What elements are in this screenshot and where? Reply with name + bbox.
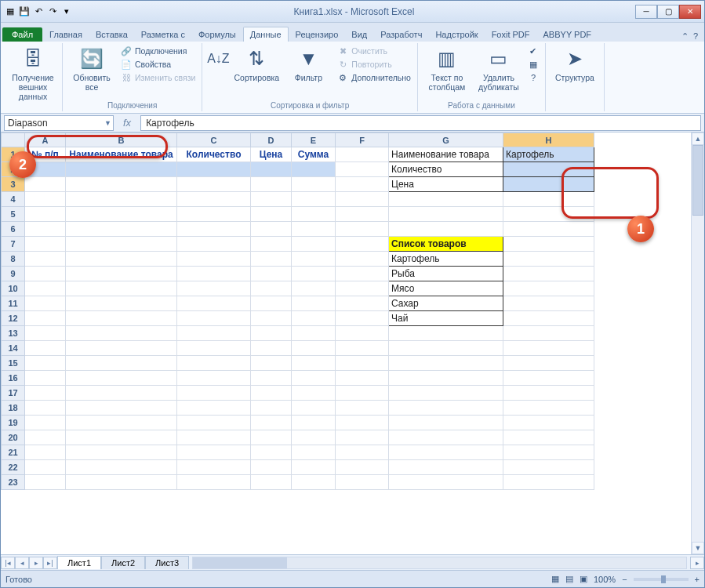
cell-F2[interactable] [336, 162, 389, 177]
tab-layout[interactable]: Разметка с [135, 27, 191, 42]
cell-C14[interactable] [177, 341, 251, 356]
cell-C10[interactable] [177, 281, 251, 296]
cell-A18[interactable] [25, 401, 66, 416]
view-layout-icon[interactable]: ▤ [565, 574, 573, 584]
cell-B2[interactable] [66, 162, 177, 177]
row-header-9[interactable]: 9 [2, 267, 25, 281]
hscroll-thumb[interactable] [193, 557, 287, 568]
cell-C11[interactable] [177, 296, 251, 311]
cell-B8[interactable] [66, 252, 177, 267]
horizontal-scrollbar[interactable] [192, 557, 687, 569]
cell-E7[interactable] [292, 237, 336, 252]
row-header-14[interactable]: 14 [2, 341, 25, 356]
cell-A7[interactable] [25, 237, 66, 252]
col-header-A[interactable]: A [25, 133, 66, 147]
cell-E22[interactable] [292, 460, 336, 475]
row-header-6[interactable]: 6 [2, 222, 25, 237]
cell-B14[interactable] [66, 341, 177, 356]
cell-H3[interactable] [503, 177, 594, 192]
remove-duplicates-button[interactable]: ▭ Удалить дубликаты [474, 45, 523, 93]
row-header-15[interactable]: 15 [2, 356, 25, 371]
cell-D5[interactable] [251, 207, 292, 222]
cell-C18[interactable] [177, 401, 251, 416]
cell-F3[interactable] [336, 177, 389, 192]
row-header-5[interactable]: 5 [2, 207, 25, 222]
cell-D6[interactable] [251, 222, 292, 237]
scroll-down-icon[interactable]: ▼ [692, 542, 704, 554]
tab-addins[interactable]: Надстройк [429, 27, 484, 42]
cell-B18[interactable] [66, 401, 177, 416]
cell-G16[interactable] [389, 371, 503, 386]
cell-E3[interactable] [292, 177, 336, 192]
text-to-columns-button[interactable]: ▥ Текст по столбцам [423, 45, 471, 93]
maximize-button[interactable]: ▢ [657, 5, 679, 19]
cell-H6[interactable] [503, 222, 594, 237]
row-header-1[interactable]: 1 [2, 147, 25, 162]
cell-G14[interactable] [389, 341, 503, 356]
col-header-E[interactable]: E [292, 133, 336, 147]
qat-more-icon[interactable]: ▾ [60, 5, 73, 18]
cell-A2[interactable] [25, 162, 66, 177]
cell-D14[interactable] [251, 341, 292, 356]
cell-B5[interactable] [66, 207, 177, 222]
cell-F21[interactable] [336, 445, 389, 460]
sheet-tab-2[interactable]: Лист2 [101, 556, 145, 569]
cell-A8[interactable] [25, 252, 66, 267]
cell-B11[interactable] [66, 296, 177, 311]
cell-G5[interactable] [389, 207, 503, 222]
cell-E17[interactable] [292, 386, 336, 401]
sort-asc-button[interactable]: A↓Z [207, 45, 229, 73]
connections-button[interactable]: 🔗Подключения [119, 45, 197, 57]
cell-D1[interactable]: Цена [251, 147, 292, 162]
cell-E16[interactable] [292, 371, 336, 386]
row-header-18[interactable]: 18 [2, 401, 25, 416]
whatif-button[interactable]: ? [526, 71, 540, 84]
cell-C19[interactable] [177, 416, 251, 430]
tab-foxit[interactable]: Foxit PDF [485, 27, 536, 42]
row-header-12[interactable]: 12 [2, 311, 25, 326]
cell-A19[interactable] [25, 416, 66, 430]
cell-A17[interactable] [25, 386, 66, 401]
sort-button[interactable]: ⇅ Сортировка [232, 45, 281, 84]
row-header-23[interactable]: 23 [2, 475, 25, 490]
cell-G6[interactable] [389, 222, 503, 237]
cell-G20[interactable] [389, 430, 503, 445]
tab-developer[interactable]: Разработч [374, 27, 428, 42]
cell-A21[interactable] [25, 445, 66, 460]
name-box[interactable]: Diapason ▼ [4, 115, 114, 131]
cell-B4[interactable] [66, 192, 177, 207]
cell-F23[interactable] [336, 475, 389, 490]
cell-A4[interactable] [25, 192, 66, 207]
cell-F1[interactable] [336, 147, 389, 162]
refresh-all-button[interactable]: 🔄 Обновить все [67, 45, 116, 93]
cell-F22[interactable] [336, 460, 389, 475]
row-header-20[interactable]: 20 [2, 430, 25, 445]
cell-H19[interactable] [503, 416, 594, 430]
cell-H15[interactable] [503, 356, 594, 371]
cell-G22[interactable] [389, 460, 503, 475]
cell-B6[interactable] [66, 222, 177, 237]
cell-F19[interactable] [336, 416, 389, 430]
cell-A1[interactable]: № п/п [25, 147, 66, 162]
cell-G12[interactable]: Чай [389, 311, 503, 326]
cell-E4[interactable] [292, 192, 336, 207]
spreadsheet[interactable]: ABCDEFGH1№ п/пНаименование товараКоличес… [1, 132, 594, 490]
cell-A3[interactable] [25, 177, 66, 192]
cell-E12[interactable] [292, 311, 336, 326]
tab-insert[interactable]: Вставка [89, 27, 134, 42]
cell-A10[interactable] [25, 281, 66, 296]
cell-D11[interactable] [251, 296, 292, 311]
cell-D18[interactable] [251, 401, 292, 416]
scroll-up-icon[interactable]: ▲ [692, 132, 704, 145]
cell-G18[interactable] [389, 401, 503, 416]
cell-F9[interactable] [336, 267, 389, 281]
row-header-11[interactable]: 11 [2, 296, 25, 311]
cell-H10[interactable] [503, 281, 594, 296]
tab-view[interactable]: Вид [345, 27, 373, 42]
cell-D20[interactable] [251, 430, 292, 445]
undo-icon[interactable]: ↶ [32, 5, 45, 18]
cell-H7[interactable] [503, 237, 594, 252]
cell-B1[interactable]: Наименование товара [66, 147, 177, 162]
cell-G8[interactable]: Картофель [389, 252, 503, 267]
cell-B12[interactable] [66, 311, 177, 326]
